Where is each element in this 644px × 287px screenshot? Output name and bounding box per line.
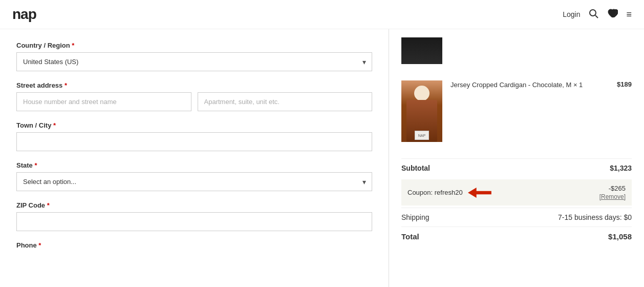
street-address-input[interactable] xyxy=(16,92,191,111)
state-label: State * xyxy=(16,161,372,169)
search-icon[interactable] xyxy=(588,8,598,21)
checkout-form: Country / Region * United States (US) St… xyxy=(0,29,389,287)
apartment-input[interactable] xyxy=(198,92,373,111)
order-summary: NAP Jersey Cropped Cardigan - Chocolate,… xyxy=(389,29,644,287)
state-select[interactable]: Select an option... xyxy=(16,172,372,191)
shipping-value: 7-15 business days: $0 xyxy=(558,213,632,221)
zip-group: ZIP Code * xyxy=(16,201,372,231)
zip-input[interactable] xyxy=(16,212,372,231)
state-group: State * Select an option... xyxy=(16,161,372,191)
required-marker: * xyxy=(47,201,50,209)
product-item-top xyxy=(401,37,632,72)
city-label: Town / City * xyxy=(16,121,372,129)
coupon-discount: -$265 xyxy=(599,184,626,192)
svg-point-0 xyxy=(590,10,596,16)
street-group: Street address * xyxy=(16,81,372,111)
coupon-left: Coupon: refresh20 xyxy=(407,186,493,199)
required-marker: * xyxy=(38,241,41,249)
country-group: Country / Region * United States (US) xyxy=(16,42,372,71)
svg-marker-2 xyxy=(468,188,491,198)
total-label: Total xyxy=(401,232,419,241)
product-price: $189 xyxy=(606,80,632,88)
menu-icon[interactable]: ≡ xyxy=(626,9,632,20)
coupon-right: -$265 [Remove] xyxy=(599,184,626,200)
phone-label: Phone * xyxy=(16,241,372,249)
country-select[interactable]: United States (US) xyxy=(16,52,372,71)
header-icons: Login ≡ xyxy=(563,8,632,21)
street-inputs xyxy=(16,92,372,111)
subtotal-row: Subtotal $1,323 xyxy=(401,158,632,177)
svg-line-1 xyxy=(595,15,598,18)
product-info-cardigan: Jersey Cropped Cardigan - Chocolate, M ×… xyxy=(450,80,598,92)
header: nap Login ≡ xyxy=(0,0,644,29)
total-value: $1,058 xyxy=(608,232,632,241)
shipping-row: Shipping 7-15 business days: $0 xyxy=(401,208,632,227)
zip-label: ZIP Code * xyxy=(16,201,372,209)
street-label: Street address * xyxy=(16,81,372,89)
site-logo: nap xyxy=(12,6,36,23)
required-marker: * xyxy=(72,42,74,49)
main-layout: Country / Region * United States (US) St… xyxy=(0,29,644,287)
shipping-label: Shipping xyxy=(401,213,430,221)
product-image-top xyxy=(401,37,442,64)
required-marker: * xyxy=(65,81,67,89)
login-link[interactable]: Login xyxy=(563,10,580,18)
required-marker: * xyxy=(34,161,37,169)
state-select-wrapper: Select an option... xyxy=(16,172,372,191)
city-group: Town / City * xyxy=(16,121,372,151)
country-select-wrapper: United States (US) xyxy=(16,52,372,71)
product-item-cardigan: NAP Jersey Cropped Cardigan - Chocolate,… xyxy=(401,80,632,150)
product-name: Jersey Cropped Cardigan - Chocolate, M ×… xyxy=(450,80,598,90)
wishlist-icon[interactable] xyxy=(607,8,618,21)
subtotal-value: $1,323 xyxy=(610,164,632,172)
coupon-arrow-icon xyxy=(468,186,493,199)
city-input[interactable] xyxy=(16,132,372,151)
product-image-cardigan: NAP xyxy=(401,80,442,142)
country-label: Country / Region * xyxy=(16,42,372,49)
coupon-section: Coupon: refresh20 -$265 [Remove] xyxy=(401,179,632,206)
coupon-label: Coupon: refresh20 xyxy=(407,189,463,196)
subtotal-label: Subtotal xyxy=(401,164,430,172)
required-marker: * xyxy=(53,121,56,129)
total-row: Total $1,058 xyxy=(401,227,632,246)
coupon-remove-link[interactable]: [Remove] xyxy=(599,193,626,200)
phone-group: Phone * xyxy=(16,241,372,249)
